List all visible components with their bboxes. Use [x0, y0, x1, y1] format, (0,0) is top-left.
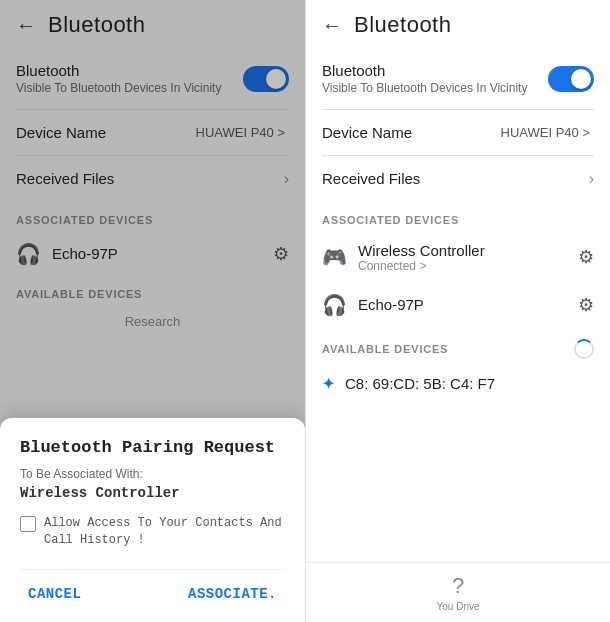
right-device-gear-1[interactable]: ⚙ [578, 294, 594, 316]
dialog-associate-button[interactable]: ASSOCIATE. [180, 582, 285, 606]
right-available-row: AVAILABLE DEVICES [306, 327, 610, 365]
dialog-title: Bluetooth Pairing Request [20, 438, 285, 457]
left-panel: ← Bluetooth Bluetooth Visible To Bluetoo… [0, 0, 305, 622]
right-device-info-1: Echo-97P [358, 296, 578, 313]
right-received-files-row[interactable]: Received Files › [306, 156, 610, 202]
right-available-device-0[interactable]: ✦ C8: 69:CD: 5B: C4: F7 [306, 365, 610, 403]
dialog-device-name: Wireless Controller [20, 485, 285, 501]
dialog-checkbox-label: Allow Access To Your Contacts And Call H… [44, 515, 285, 549]
right-received-files-label: Received Files [322, 170, 589, 187]
right-device-name-value: HUAWEI P40 > [501, 125, 590, 140]
right-gamepad-icon-0: 🎮 [322, 245, 346, 269]
left-dialog: Bluetooth Pairing Request To Be Associat… [0, 418, 305, 622]
right-bluetooth-toggle-row: Bluetooth Visible To Bluetooth Devices I… [306, 50, 610, 109]
right-device-name-row[interactable]: Device Name HUAWEI P40 > [306, 110, 610, 155]
dialog-checkbox-row: Allow Access To Your Contacts And Call H… [20, 515, 285, 549]
right-bluetooth-label: Bluetooth [322, 62, 548, 79]
right-device-row-1[interactable]: 🎧 Echo-97P ⚙ [306, 283, 610, 327]
right-bluetooth-sublabel: Visible To Bluetooth Devices In Vicinity [322, 81, 548, 97]
dialog-sub-label: To Be Associated With: [20, 467, 285, 481]
right-bottom-help-icon: ? [452, 573, 464, 599]
right-back-button[interactable]: ← [322, 14, 342, 37]
dialog-cancel-button[interactable]: CANCEL [20, 582, 89, 606]
right-available-device-info-0: C8: 69:CD: 5B: C4: F7 [345, 375, 594, 392]
right-header: ← Bluetooth [306, 0, 610, 50]
right-device-sub-0: Connected > [358, 259, 578, 273]
right-device-gear-0[interactable]: ⚙ [578, 246, 594, 268]
right-device-info-0: Wireless Controller Connected > [358, 242, 578, 273]
right-bluetooth-symbol-0: ✦ [322, 375, 335, 393]
right-available-header: AVAILABLE DEVICES [322, 343, 574, 355]
right-headphone-icon-1: 🎧 [322, 293, 346, 317]
right-available-device-name-0: C8: 69:CD: 5B: C4: F7 [345, 375, 594, 392]
dialog-checkbox[interactable] [20, 516, 36, 532]
right-device-name-1: Echo-97P [358, 296, 578, 313]
dialog-buttons: CANCEL ASSOCIATE. [20, 569, 285, 606]
right-panel: ← Bluetooth Bluetooth Visible To Bluetoo… [305, 0, 610, 622]
right-device-name-0: Wireless Controller [358, 242, 578, 259]
right-associated-header: ASSOCIATED DEVICES [306, 202, 610, 232]
right-device-name-label: Device Name [322, 124, 501, 141]
right-received-files-chevron: › [589, 170, 594, 188]
right-bluetooth-text: Bluetooth Visible To Bluetooth Devices I… [322, 62, 548, 97]
right-bottom-bar: ? You Drive [306, 562, 610, 622]
right-spinner [574, 339, 594, 359]
right-bluetooth-toggle[interactable] [548, 66, 594, 92]
right-bottom-icon-wrap[interactable]: ? You Drive [437, 573, 480, 612]
right-device-row-0[interactable]: 🎮 Wireless Controller Connected > ⚙ [306, 232, 610, 283]
right-bottom-label: You Drive [437, 601, 480, 612]
right-header-title: Bluetooth [354, 12, 451, 38]
